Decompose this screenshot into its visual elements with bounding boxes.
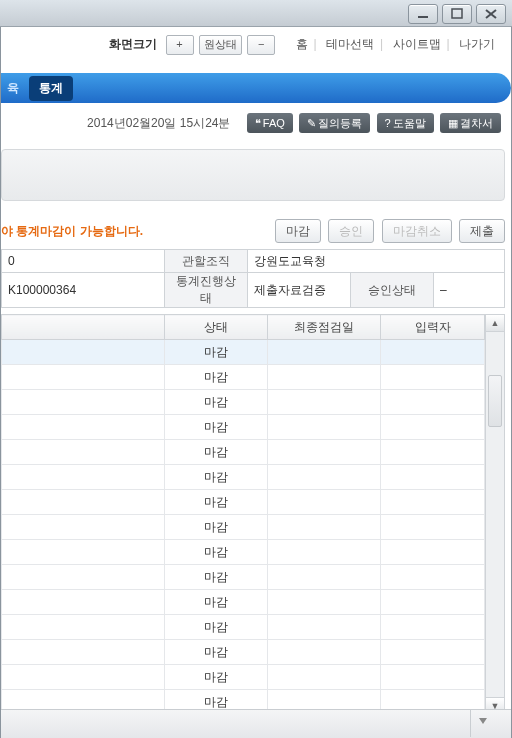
submit-button[interactable]: 제출 xyxy=(459,219,505,243)
table-cell xyxy=(268,615,381,640)
table-cell: 마감 xyxy=(165,665,268,690)
table-cell xyxy=(2,440,165,465)
table-cell: 마감 xyxy=(165,440,268,465)
table-row[interactable]: 마감 xyxy=(2,415,485,440)
table-row[interactable]: 마감 xyxy=(2,515,485,540)
table-cell xyxy=(381,465,485,490)
zoom-reset-button[interactable]: 원상태 xyxy=(199,35,242,55)
table-cell: 마감 xyxy=(165,340,268,365)
help-button[interactable]: ?도움말 xyxy=(377,113,434,133)
table-cell xyxy=(381,640,485,665)
info-value-1: 0 xyxy=(2,250,165,273)
table-cell xyxy=(381,390,485,415)
table-cell xyxy=(268,465,381,490)
table-cell xyxy=(268,490,381,515)
pencil-icon: ✎ xyxy=(307,117,316,129)
col-header-blank[interactable] xyxy=(2,315,165,340)
table-row[interactable]: 마감 xyxy=(2,640,485,665)
table-cell xyxy=(2,640,165,665)
table-cell xyxy=(2,390,165,415)
table-row[interactable]: 마감 xyxy=(2,665,485,690)
table-row[interactable]: 마감 xyxy=(2,490,485,515)
vertical-scrollbar[interactable]: ▲ ▼ xyxy=(485,314,505,715)
table-row[interactable]: 마감 xyxy=(2,365,485,390)
table-cell: 마감 xyxy=(165,515,268,540)
col-header-inputter[interactable]: 입력자 xyxy=(381,315,485,340)
close-stats-button[interactable]: 마감 xyxy=(275,219,321,243)
table-cell xyxy=(381,615,485,640)
table-cell xyxy=(381,665,485,690)
top-toolbar: 화면크기 + 원상태 − 홈| 테마선택| 사이트맵| 나가기 xyxy=(1,27,511,69)
table-cell xyxy=(381,490,485,515)
table-row[interactable]: 마감 xyxy=(2,440,485,465)
status-bar xyxy=(1,709,511,738)
qna-button[interactable]: ✎질의등록 xyxy=(299,113,370,133)
zoom-in-button[interactable]: + xyxy=(166,35,194,55)
table-cell xyxy=(268,390,381,415)
faq-button[interactable]: ❝FAQ xyxy=(247,113,293,133)
info-value-progress: 제출자료검증 xyxy=(248,273,351,308)
nav-tab-stats[interactable]: 통계 xyxy=(29,76,73,101)
table-cell xyxy=(268,540,381,565)
main-nav: 육 통계 xyxy=(1,73,511,103)
info-header-progress: 통계진행상태 xyxy=(165,273,248,308)
table-row[interactable]: 마감 xyxy=(2,565,485,590)
table-cell xyxy=(268,590,381,615)
table-row[interactable]: 마감 xyxy=(2,390,485,415)
table-cell: 마감 xyxy=(165,390,268,415)
table-cell xyxy=(2,415,165,440)
close-button[interactable] xyxy=(476,4,506,24)
table-row[interactable]: 마감 xyxy=(2,340,485,365)
cancel-close-button[interactable]: 마감취소 xyxy=(382,219,452,243)
table-cell xyxy=(381,590,485,615)
table-cell: 마감 xyxy=(165,490,268,515)
screen-size-label: 화면크기 xyxy=(109,37,157,51)
nav-theme[interactable]: 테마선택 xyxy=(326,36,374,53)
statusbar-dropdown-icon[interactable] xyxy=(479,718,487,724)
filter-panel xyxy=(1,149,505,201)
table-cell: 마감 xyxy=(165,640,268,665)
nav-home[interactable]: 홈 xyxy=(296,36,308,53)
table-cell xyxy=(2,365,165,390)
data-grid: 상태 최종점검일 입력자 마감마감마감마감마감마감마감마감마감마감마감마감마감마… xyxy=(1,314,485,715)
window-titlebar xyxy=(0,0,512,27)
table-row[interactable]: 마감 xyxy=(2,590,485,615)
nav-logout[interactable]: 나가기 xyxy=(459,36,495,53)
table-cell xyxy=(268,640,381,665)
speech-icon: ❝ xyxy=(255,117,261,129)
table-cell xyxy=(381,565,485,590)
info-header-org: 관할조직 xyxy=(165,250,248,273)
scroll-thumb[interactable] xyxy=(488,375,502,427)
scroll-up-arrow[interactable]: ▲ xyxy=(486,315,504,332)
col-header-lastcheck[interactable]: 최종점검일 xyxy=(268,315,381,340)
table-cell: 마감 xyxy=(165,415,268,440)
approval-doc-button[interactable]: ▦결차서 xyxy=(440,113,501,133)
doc-icon: ▦ xyxy=(448,117,458,129)
col-header-status[interactable]: 상태 xyxy=(165,315,268,340)
table-cell: 마감 xyxy=(165,565,268,590)
table-cell xyxy=(2,515,165,540)
minimize-button[interactable] xyxy=(408,4,438,24)
nav-sitemap[interactable]: 사이트맵 xyxy=(393,36,441,53)
table-cell xyxy=(268,565,381,590)
data-grid-wrap: 상태 최종점검일 입력자 마감마감마감마감마감마감마감마감마감마감마감마감마감마… xyxy=(1,314,505,715)
nav-item-prev[interactable]: 육 xyxy=(7,80,19,97)
table-cell xyxy=(268,665,381,690)
current-datetime: 2014년02월20일 15시24분 xyxy=(87,116,230,130)
zoom-out-button[interactable]: − xyxy=(247,35,275,55)
table-cell xyxy=(268,340,381,365)
table-cell xyxy=(381,415,485,440)
table-row[interactable]: 마감 xyxy=(2,615,485,640)
table-cell xyxy=(2,665,165,690)
info-value-approval: – xyxy=(434,273,505,308)
table-row[interactable]: 마감 xyxy=(2,540,485,565)
status-message: 야 통계마감이 가능합니다. xyxy=(1,223,143,240)
table-cell: 마감 xyxy=(165,540,268,565)
approve-button[interactable]: 승인 xyxy=(328,219,374,243)
table-row[interactable]: 마감 xyxy=(2,465,485,490)
table-cell xyxy=(381,365,485,390)
table-cell: 마감 xyxy=(165,615,268,640)
maximize-button[interactable] xyxy=(442,4,472,24)
table-cell xyxy=(2,590,165,615)
info-table: 0 관할조직 강원도교육청 K100000364 통계진행상태 제출자료검증 승… xyxy=(1,249,505,308)
